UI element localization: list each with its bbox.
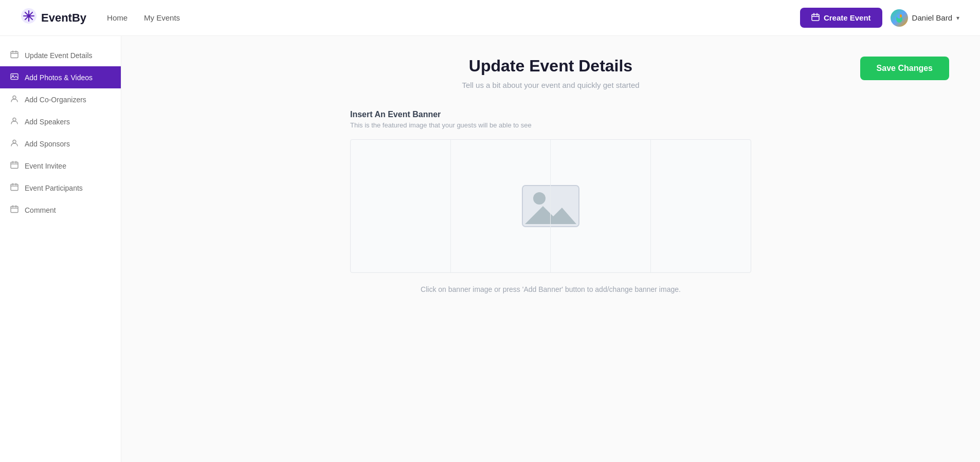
sidebar-item-comment[interactable]: Comment (0, 199, 121, 221)
grid-cell-1 (351, 140, 451, 272)
sidebar-item-label: Add Co-Organizers (25, 96, 86, 104)
banner-hint: Click on banner image or press 'Add Bann… (350, 285, 751, 293)
page-title: Update Event Details (350, 57, 751, 76)
create-event-button[interactable]: Create Event (800, 8, 882, 28)
nav-links: Home My Events (107, 13, 180, 22)
user-name: Daniel Bard (912, 13, 952, 22)
calendar-icon (10, 183, 19, 193)
navbar-right: Create Event Daniel Bard ▾ (800, 8, 959, 28)
chevron-down-icon: ▾ (956, 14, 959, 22)
sidebar-item-add-photos-videos[interactable]: Add Photos & Videos (0, 66, 121, 88)
calendar-icon (811, 13, 820, 23)
sidebar-item-label: Add Photos & Videos (25, 73, 93, 82)
logo-text: EventBy (41, 11, 86, 25)
sidebar-item-add-speakers[interactable]: Add Speakers (0, 110, 121, 133)
sidebar-item-event-invitee[interactable]: Event Invitee (0, 155, 121, 177)
page-subtitle: Tell us a bit about your event and quick… (350, 81, 751, 89)
content-inner: Update Event Details Tell us a bit about… (319, 36, 782, 335)
main-content: Save Changes Update Event Details Tell u… (121, 36, 980, 462)
banner-placeholder (520, 183, 582, 229)
grid-cell-4 (651, 140, 751, 272)
sidebar-item-label: Add Sponsors (25, 140, 70, 148)
sidebar-item-event-participants[interactable]: Event Participants (0, 177, 121, 199)
svg-rect-22 (11, 162, 18, 169)
navbar: EventBy Home My Events Create Event (0, 0, 980, 36)
sidebar-item-label: Event Invitee (25, 162, 66, 170)
layout: Update Event Details Add Photos & Videos… (0, 36, 980, 462)
svg-point-21 (13, 140, 16, 143)
page-title-section: Update Event Details Tell us a bit about… (350, 57, 751, 89)
sidebar-item-label: Event Participants (25, 184, 83, 192)
svg-point-20 (13, 118, 16, 121)
photo-icon (10, 72, 19, 82)
sidebar-item-label: Update Event Details (25, 51, 93, 60)
create-event-label: Create Event (824, 13, 871, 22)
banner-section-label: Insert An Event Banner (350, 110, 751, 119)
nav-link-home[interactable]: Home (107, 13, 128, 22)
person-icon (10, 95, 19, 104)
sidebar: Update Event Details Add Photos & Videos… (0, 36, 121, 462)
sidebar-item-update-event-details[interactable]: Update Event Details (0, 44, 121, 66)
svg-point-12 (900, 14, 902, 17)
calendar-icon (10, 50, 19, 60)
svg-rect-6 (812, 14, 819, 21)
svg-rect-13 (11, 52, 18, 58)
calendar-icon (10, 161, 19, 171)
svg-rect-17 (11, 74, 18, 80)
banner-section: Insert An Event Banner This is the featu… (350, 110, 751, 293)
navbar-left: EventBy Home My Events (21, 8, 180, 28)
svg-rect-26 (11, 184, 18, 191)
sidebar-item-add-sponsors[interactable]: Add Sponsors (0, 133, 121, 155)
svg-point-35 (533, 192, 546, 205)
svg-point-5 (27, 14, 30, 17)
banner-upload-area[interactable] (350, 139, 751, 273)
svg-point-19 (13, 96, 16, 99)
user-avatar (891, 9, 908, 27)
logo[interactable]: EventBy (21, 8, 86, 28)
save-changes-button[interactable]: Save Changes (860, 57, 949, 80)
svg-rect-30 (11, 207, 18, 213)
banner-section-desc: This is the featured image that your gue… (350, 121, 751, 129)
sidebar-item-add-co-organizers[interactable]: Add Co-Organizers (0, 88, 121, 110)
calendar-icon (10, 205, 19, 215)
person-icon (10, 117, 19, 126)
nav-link-my-events[interactable]: My Events (144, 13, 180, 22)
sidebar-item-label: Comment (25, 206, 56, 214)
user-menu[interactable]: Daniel Bard ▾ (891, 9, 959, 27)
sidebar-item-label: Add Speakers (25, 118, 70, 126)
logo-icon (21, 8, 37, 28)
person-icon (10, 139, 19, 149)
image-placeholder-icon (520, 183, 582, 229)
